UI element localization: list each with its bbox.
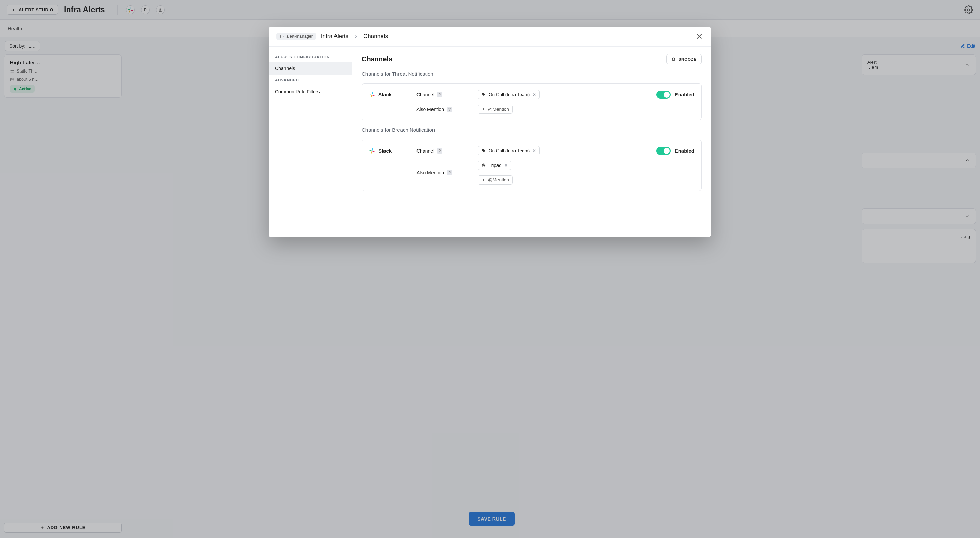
modal-body: ALERTS CONFIGURATION Channels ADVANCED C… — [269, 47, 711, 237]
snooze-label: SNOOZE — [679, 57, 697, 61]
tag-oncall[interactable]: On Call (Infra Team) ✕ — [478, 146, 540, 155]
modal-scrim[interactable]: alert-manager Infra Alerts Channels ALER… — [0, 0, 980, 538]
provider-name: Slack — [379, 92, 392, 97]
toggle-switch[interactable] — [656, 91, 671, 99]
tag-oncall[interactable]: On Call (Infra Team) ✕ — [478, 90, 540, 99]
remove-tag-icon[interactable]: ✕ — [533, 148, 536, 153]
plus-icon — [482, 178, 485, 182]
at-icon — [482, 163, 486, 168]
section-breach-label: Channels for Breach Notification — [362, 127, 702, 133]
svg-rect-10 — [372, 95, 375, 95]
channel-field-label: Channel ? — [417, 92, 478, 97]
tag-icon — [482, 92, 486, 97]
svg-rect-15 — [372, 151, 375, 152]
snooze-button[interactable]: SNOOZE — [666, 54, 702, 64]
breadcrumb-1[interactable]: Infra Alerts — [321, 33, 348, 40]
mention-field-label: Also Mention ? — [417, 107, 478, 112]
threat-enable-toggle: Enabled — [627, 91, 695, 99]
breach-enable-toggle: Enabled — [627, 147, 695, 155]
help-icon[interactable]: ? — [447, 107, 452, 112]
provider-slack: Slack — [369, 148, 417, 154]
sidebar-item-common-filters[interactable]: Common Rule Filters — [269, 85, 352, 98]
breach-mention-tags: Tripad ✕ @Mention — [478, 161, 627, 185]
channels-modal: alert-manager Infra Alerts Channels ALER… — [269, 27, 711, 237]
breach-channel-block: Slack Channel ? On Call (Infra Team) ✕ — [362, 140, 702, 191]
modal-title: Channels — [362, 55, 392, 63]
modal-header: alert-manager Infra Alerts Channels — [269, 27, 711, 47]
help-icon[interactable]: ? — [437, 92, 442, 97]
braces-icon — [280, 34, 284, 39]
modal-sidebar: ALERTS CONFIGURATION Channels ADVANCED C… — [269, 47, 352, 237]
provider-slack: Slack — [369, 92, 417, 98]
svg-rect-14 — [371, 151, 372, 153]
threat-channel-block: Slack Channel ? On Call (Infra Team) ✕ — [362, 83, 702, 120]
modal-main: Channels SNOOZE Channels for Threat Noti… — [352, 47, 711, 237]
tag-icon — [482, 148, 486, 153]
channel-field-label: Channel ? — [417, 148, 478, 153]
threat-mention-tags: @Mention — [478, 105, 627, 114]
plus-icon — [482, 107, 485, 111]
add-mention-button[interactable]: @Mention — [478, 105, 513, 114]
chevron-right-icon — [353, 34, 359, 39]
remove-tag-icon[interactable]: ✕ — [504, 163, 508, 168]
enabled-label: Enabled — [675, 92, 695, 97]
enabled-label: Enabled — [675, 148, 695, 153]
remove-tag-icon[interactable]: ✕ — [533, 92, 536, 97]
slack-icon — [369, 92, 375, 98]
modal-title-row: Channels SNOOZE — [362, 54, 702, 64]
svg-rect-8 — [369, 94, 372, 94]
pill-text: alert-manager — [286, 34, 313, 39]
svg-rect-9 — [371, 95, 372, 97]
close-icon[interactable] — [695, 32, 704, 41]
breach-channel-tags: On Call (Infra Team) ✕ — [478, 146, 627, 155]
slack-icon — [369, 148, 375, 154]
help-icon[interactable]: ? — [437, 148, 442, 153]
svg-point-11 — [482, 93, 483, 94]
help-icon[interactable]: ? — [447, 170, 452, 176]
provider-name: Slack — [379, 148, 392, 153]
toggle-switch[interactable] — [656, 147, 671, 155]
svg-rect-12 — [372, 148, 373, 150]
section-threat-label: Channels for Threat Notification — [362, 71, 702, 77]
mention-field-label: Also Mention ? — [417, 170, 478, 176]
add-mention-button[interactable]: @Mention — [478, 176, 513, 185]
svg-rect-7 — [372, 92, 373, 94]
sidebar-item-channels[interactable]: Channels — [269, 62, 352, 75]
svg-point-17 — [483, 165, 485, 166]
threat-channel-tags: On Call (Infra Team) ✕ — [478, 90, 627, 99]
bell-icon — [671, 57, 676, 61]
svg-rect-13 — [369, 150, 372, 150]
tag-tripad[interactable]: Tripad ✕ — [478, 161, 511, 170]
breadcrumb-2: Channels — [363, 33, 388, 40]
side-group-advanced: ADVANCED — [269, 75, 352, 85]
svg-point-16 — [482, 150, 483, 150]
side-group-alerts: ALERTS CONFIGURATION — [269, 51, 352, 62]
context-pill: alert-manager — [276, 33, 316, 40]
